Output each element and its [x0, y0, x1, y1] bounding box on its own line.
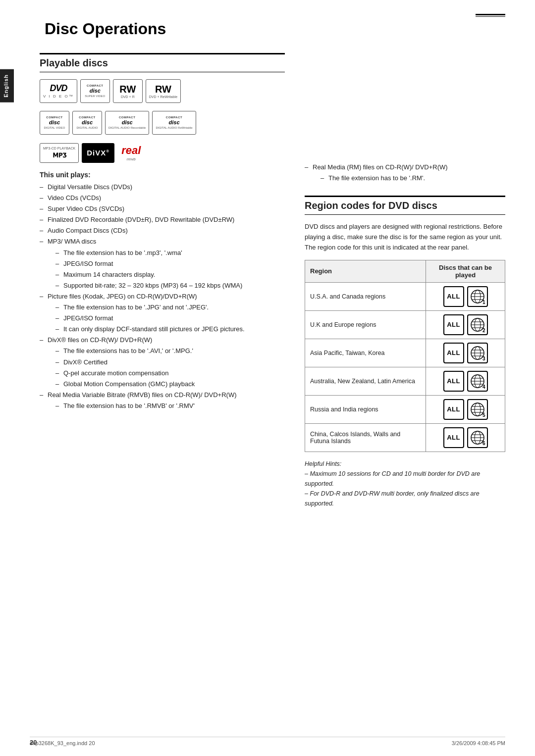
- footer-timestamp: 3/26/2009 4:08:45 PM: [452, 740, 505, 746]
- page-container: English Disc Operations Playable discs D…: [0, 0, 535, 756]
- list-item: Global Motion Compensation (GMC) playbac…: [55, 379, 285, 390]
- region-codes-heading: Region codes for DVD discs: [305, 196, 505, 215]
- globe-badge: 6: [467, 427, 488, 448]
- list-item: Maximum 14 characters display.: [55, 269, 285, 280]
- region-codes-section: Region codes for DVD discs DVD discs and…: [305, 196, 505, 508]
- region-number: 6: [482, 441, 485, 446]
- region-number: 5: [482, 412, 485, 418]
- region-icons-cell: ALL1: [426, 282, 505, 310]
- list-item-mp3: MP3/ WMA discs The file extension has to…: [40, 236, 285, 291]
- list-item: Video CDs (VCDs): [40, 193, 285, 203]
- list-item: Q-pel accurate motion compensation: [55, 368, 285, 379]
- language-tab: English: [0, 69, 14, 102]
- region-table: Region Discs that can be played U.S.A. a…: [305, 260, 505, 452]
- list-item: JPEG/ISO format: [55, 313, 285, 324]
- list-item-rmvb: Real Media Variable Bitrate (RMVB) files…: [40, 390, 285, 411]
- region-name: Asia Pacific, Taiwan, Korea: [305, 339, 426, 367]
- helpful-hint-1: – Maximum 10 sessions for CD and 10 mult…: [305, 469, 505, 489]
- region-icons-cell: ALL4: [426, 367, 505, 395]
- helpful-hints-title: Helpful Hints:: [305, 459, 505, 469]
- list-item: It can only display DCF-standard still p…: [55, 324, 285, 335]
- table-row: Asia Pacific, Taiwan, KoreaALL3: [305, 339, 505, 367]
- cd-digital-video-logo: COMPACT disc DIGITAL VIDEO: [40, 111, 69, 135]
- page-title: Disc Operations: [45, 20, 505, 38]
- list-item: Super Video CDs (SVCDs): [40, 203, 285, 214]
- list-item: DivX® Certified: [55, 357, 285, 368]
- globe-badge: 2: [467, 314, 488, 335]
- globe-badge: 1: [467, 286, 488, 307]
- list-item: The file extensions has to be '.AVI,' or…: [55, 346, 285, 356]
- real-logo: real rmvb: [117, 143, 145, 163]
- list-item: The file extension has to be '.RMVB' or …: [55, 401, 285, 411]
- region-icons-cell: ALL2: [426, 310, 505, 339]
- region-icons: ALL3: [431, 343, 500, 363]
- divx-logo: DiVX®: [82, 143, 114, 163]
- helpful-hint-2: – For DVD-R and DVD-RW multi border, onl…: [305, 489, 505, 508]
- list-item: Digital Versatile Discs (DVDs): [40, 182, 285, 193]
- globe-badge: 4: [467, 371, 488, 392]
- globe-badge: 5: [467, 399, 488, 420]
- region-intro-text: DVD discs and players are designed with …: [305, 222, 505, 252]
- region-number: 2: [482, 328, 485, 333]
- disc-logos-row2: COMPACT disc DIGITAL VIDEO COMPACT disc …: [40, 111, 285, 135]
- all-badge: ALL: [443, 286, 464, 307]
- region-number: 4: [482, 384, 485, 390]
- mp3-logo: MP3-CD PLAYBACK ᴍᴘᴣ: [40, 143, 79, 163]
- region-column-header: Region: [305, 260, 426, 282]
- list-item: JPEG/ISO format: [55, 258, 285, 269]
- dvd-video-logo: DVD V I D E O™: [40, 79, 77, 103]
- all-badge: ALL: [443, 427, 464, 448]
- right-column: Real Media (RM) files on CD-R(W)/ DVD+R(…: [305, 53, 505, 508]
- list-item-rm: Real Media (RM) files on CD-R(W)/ DVD+R(…: [305, 162, 505, 184]
- table-row: Australia, New Zealand, Latin AmericaALL…: [305, 367, 505, 395]
- region-icons: ALL6: [431, 427, 500, 448]
- left-column: Playable discs DVD V I D E O™ COMPACT di…: [40, 53, 285, 508]
- region-icons: ALL1: [431, 286, 500, 307]
- top-decorative-lines: [476, 14, 505, 17]
- discs-column-header: Discs that can be played: [426, 260, 505, 282]
- region-number: 1: [482, 300, 485, 305]
- all-badge: ALL: [443, 314, 464, 335]
- page-footer: dvp3268K_93_eng.indd 20 3/26/2009 4:08:4…: [30, 737, 505, 746]
- all-badge: ALL: [443, 371, 464, 392]
- disc-logos-row1: DVD V I D E O™ COMPACT disc SUPER VIDEO …: [40, 79, 285, 103]
- list-item: The file extension has to be '.mp3', '.w…: [55, 248, 285, 258]
- table-row: U.K and Europe regionsALL2: [305, 310, 505, 339]
- region-icons: ALL5: [431, 399, 500, 420]
- divx-sub-list: The file extensions has to be '.AVI,' or…: [48, 346, 285, 389]
- right-extra-list: Real Media (RM) files on CD-R(W)/ DVD+R(…: [305, 162, 505, 184]
- region-icons-cell: ALL6: [426, 423, 505, 452]
- globe-badge: 3: [467, 343, 488, 363]
- rmvb-sub-list: The file extension has to be '.RMVB' or …: [48, 401, 285, 411]
- region-icons: ALL4: [431, 371, 500, 392]
- list-item-picture: Picture files (Kodak, JPEG) on CD-R(W)/D…: [40, 291, 285, 335]
- region-icons: ALL2: [431, 314, 500, 335]
- svcd-logo: COMPACT disc SUPER VIDEO: [80, 79, 110, 103]
- region-name: Australia, New Zealand, Latin America: [305, 367, 426, 395]
- region-name: U.S.A. and Canada regions: [305, 282, 426, 310]
- region-icons-cell: ALL5: [426, 395, 505, 423]
- list-item: Supported bit-rate; 32 – 320 kbps (MP3) …: [55, 280, 285, 291]
- mp3-sub-list: The file extension has to be '.mp3', '.w…: [48, 248, 285, 291]
- dvd-rw-logo: RW DVD + R: [113, 79, 143, 103]
- picture-sub-list: The file extension has to be '.JPG' and …: [48, 302, 285, 335]
- list-item: Audio Compact Discs (CDs): [40, 225, 285, 236]
- plays-list: Digital Versatile Discs (DVDs) Video CDs…: [40, 182, 285, 411]
- region-name: U.K and Europe regions: [305, 310, 426, 339]
- table-row: U.S.A. and Canada regionsALL1: [305, 282, 505, 310]
- cd-digital-audio-logo: COMPACT disc DIGITAL AUDIO: [72, 111, 102, 135]
- region-name: China, Calcos Islands, Walls and Futuna …: [305, 423, 426, 452]
- cd-digital-audio-recordable-logo: COMPACT disc DIGITAL AUDIO Recordable: [105, 111, 149, 135]
- all-badge: ALL: [443, 343, 464, 363]
- list-item: Finalized DVD Recordable (DVD±R), DVD Re…: [40, 214, 285, 225]
- table-row: China, Calcos Islands, Walls and Futuna …: [305, 423, 505, 452]
- cd-digital-audio-rewritable-logo: COMPACT disc DIGITAL AUDIO ReWritable: [152, 111, 196, 135]
- playable-discs-heading: Playable discs: [40, 53, 285, 72]
- rm-sub-list: The file extension has to be '.RM'.: [313, 173, 505, 184]
- unit-plays-heading: This unit plays:: [40, 171, 285, 179]
- footer-file-info: dvp3268K_93_eng.indd 20: [30, 740, 95, 746]
- dvd-plus-rewritable-logo: RW DVD + ReWritable: [146, 79, 181, 103]
- table-row: Russia and India regionsALL5: [305, 395, 505, 423]
- list-item: The file extension has to be '.JPG' and …: [55, 302, 285, 313]
- region-icons-cell: ALL3: [426, 339, 505, 367]
